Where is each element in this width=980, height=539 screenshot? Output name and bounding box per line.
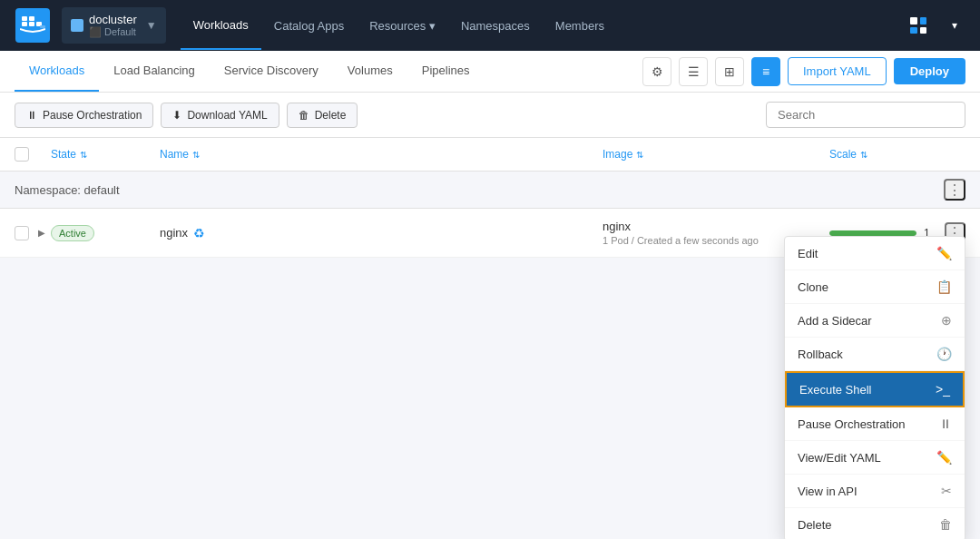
top-nav: docluster ⬛ Default ▼ Workloads Catalog … (0, 0, 980, 51)
svg-rect-0 (22, 22, 27, 26)
cluster-selector[interactable]: docluster ⬛ Default ▼ (62, 7, 166, 44)
name-sort-icon: ⇅ (192, 150, 200, 160)
nav-dropdown-arrow[interactable]: ▾ (940, 11, 969, 40)
image-name: nginx (603, 220, 829, 233)
svg-rect-5 (40, 25, 45, 28)
deploy-button[interactable]: Deploy (894, 58, 965, 84)
cluster-sub: ⬛ Default (89, 26, 137, 38)
scale-progress-bar (829, 230, 916, 236)
context-menu: Edit ✏️ Clone 📋 Add a Sidecar ⊕ Rollback… (784, 236, 965, 258)
svg-rect-1 (29, 22, 34, 26)
toolbar: ⏸ Pause Orchestration ⬇ Download YAML 🗑 … (0, 93, 980, 138)
workload-name-text: nginx (160, 226, 188, 240)
sub-nav-tabs: Workloads Load Balancing Service Discove… (15, 51, 485, 92)
edit-icon: ✏️ (936, 246, 952, 258)
tab-volumes[interactable]: Volumes (333, 51, 407, 92)
import-yaml-button[interactable]: Import YAML (788, 57, 887, 85)
trash-icon: 🗑 (299, 109, 309, 122)
state-sort-icon: ⇅ (80, 150, 87, 160)
group-btn[interactable]: ⊞ (715, 57, 744, 86)
svg-rect-3 (22, 16, 27, 21)
tab-load-balancing[interactable]: Load Balancing (99, 51, 210, 92)
sub-nav: Workloads Load Balancing Service Discove… (0, 51, 980, 93)
scale-fill (829, 230, 916, 236)
namespace-kebab-button[interactable]: ⋮ (944, 179, 965, 201)
name-column-header[interactable]: Name ⇅ (160, 148, 603, 161)
gear-btn[interactable]: ⚙ (642, 57, 671, 86)
table-btn[interactable]: ☰ (679, 57, 708, 86)
nav-members[interactable]: Members (543, 3, 617, 49)
row-name: nginx ♻ (160, 226, 603, 240)
svg-rect-4 (29, 16, 34, 21)
namespace-label: Namespace: default (15, 183, 120, 197)
image-column-header[interactable]: Image ⇅ (603, 148, 829, 161)
nav-catalog-apps[interactable]: Catalog Apps (261, 3, 357, 49)
row-expand-button[interactable]: ▶ (33, 224, 51, 242)
select-all-checkbox[interactable] (15, 147, 51, 162)
recycle-icon: ♻ (193, 226, 205, 240)
delete-button[interactable]: 🗑 Delete (287, 103, 358, 128)
download-icon: ⬇ (172, 109, 181, 122)
nav-right: ▾ (904, 11, 969, 40)
tab-workloads[interactable]: Workloads (15, 51, 99, 92)
tab-pipelines[interactable]: Pipelines (407, 51, 485, 92)
scale-sort-icon: ⇅ (860, 150, 867, 160)
row-state: Active (51, 226, 160, 240)
list-btn[interactable]: ≡ (751, 57, 780, 86)
nav-resources[interactable]: Resources ▾ (357, 3, 448, 49)
cluster-dropdown-arrow: ▼ (146, 19, 157, 32)
search-input[interactable] (766, 102, 965, 128)
pause-orchestration-button[interactable]: ⏸ Pause Orchestration (15, 103, 153, 128)
tab-service-discovery[interactable]: Service Discovery (210, 51, 333, 92)
nav-workloads[interactable]: Workloads (181, 2, 261, 50)
grid-icon[interactable] (904, 11, 933, 40)
nav-links: Workloads Catalog Apps Resources ▾ Names… (181, 2, 904, 50)
logo-icon (15, 8, 50, 43)
table-header: State ⇅ Name ⇅ Image ⇅ Scale ⇅ (0, 138, 980, 172)
status-badge: Active (51, 225, 94, 241)
image-sort-icon: ⇅ (636, 150, 643, 160)
sub-nav-actions: ⚙ ☰ ⊞ ≡ Import YAML Deploy (642, 57, 965, 86)
download-yaml-button[interactable]: ⬇ Download YAML (161, 103, 279, 128)
row-select: ▶ (15, 224, 51, 242)
cluster-name: docluster (89, 13, 137, 26)
scale-column-header[interactable]: Scale ⇅ (829, 148, 965, 161)
pause-icon: ⏸ (26, 109, 37, 122)
menu-item-edit[interactable]: Edit ✏️ (785, 237, 965, 258)
nav-namespaces[interactable]: Namespaces (448, 3, 543, 49)
toolbar-left: ⏸ Pause Orchestration ⬇ Download YAML 🗑 … (15, 103, 358, 128)
app-logo (11, 4, 54, 47)
state-column-header[interactable]: State ⇅ (51, 148, 160, 161)
namespace-row: Namespace: default ⋮ (0, 172, 980, 209)
menu-edit-label: Edit (798, 247, 818, 259)
row-checkbox[interactable] (15, 226, 29, 240)
cluster-icon (71, 19, 83, 32)
